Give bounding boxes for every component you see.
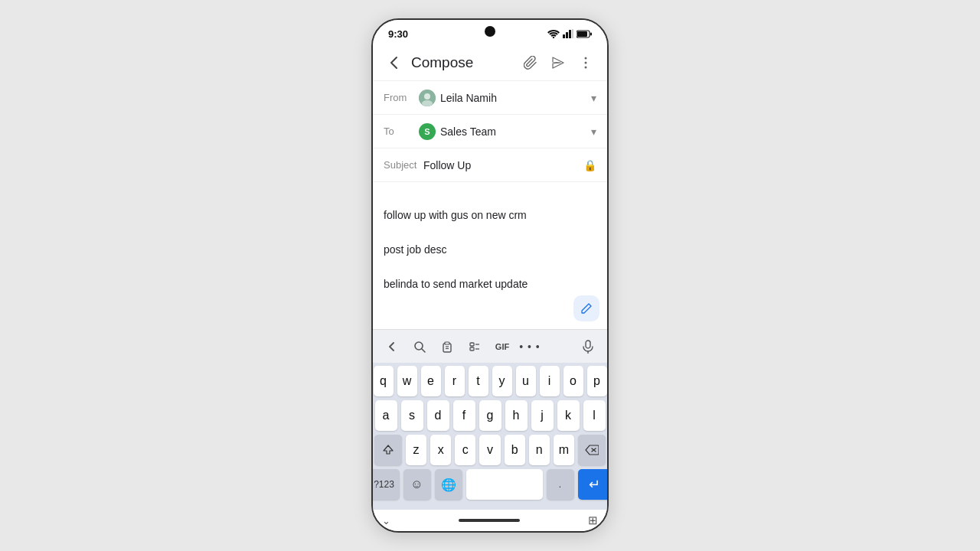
keyboard: q w e r t y u i o p a s d f g h j k l	[373, 363, 607, 510]
key-v[interactable]: v	[479, 435, 500, 465]
keyboard-checklist-button[interactable]	[463, 335, 486, 358]
compose-title: Compose	[411, 54, 518, 71]
key-x[interactable]: x	[430, 435, 451, 465]
key-emoji[interactable]: ☺	[403, 469, 431, 500]
to-avatar: S	[419, 123, 436, 140]
gif-label: GIF	[495, 342, 509, 351]
key-c[interactable]: c	[455, 435, 475, 465]
key-123[interactable]: ?123	[371, 469, 400, 500]
key-t[interactable]: t	[469, 366, 488, 396]
keyboard-search-button[interactable]	[408, 335, 431, 358]
lock-icon: 🔒	[583, 159, 596, 171]
svg-point-10	[585, 66, 587, 68]
keyboard-more-button[interactable]: • • •	[518, 335, 541, 358]
to-row[interactable]: To S Sales Team ▾	[373, 115, 607, 148]
key-shift[interactable]	[374, 435, 402, 465]
svg-rect-21	[470, 347, 474, 350]
key-h[interactable]: h	[505, 400, 528, 431]
key-globe[interactable]: 🌐	[435, 469, 462, 500]
attachment-button[interactable]	[518, 51, 543, 75]
key-r[interactable]: r	[445, 366, 465, 396]
key-q[interactable]: q	[374, 366, 394, 396]
wifi-icon	[547, 29, 560, 38]
from-row[interactable]: From Leila Namih ▾	[373, 81, 607, 115]
checklist-icon	[469, 341, 481, 353]
signal-icon	[563, 29, 573, 38]
keyboard-gif-button[interactable]: GIF	[491, 335, 514, 358]
email-form: From Leila Namih ▾ To S Sale	[373, 81, 607, 329]
send-button[interactable]	[546, 51, 570, 75]
keyboard-back-button[interactable]	[381, 335, 403, 358]
key-p[interactable]: p	[587, 366, 607, 396]
key-e[interactable]: e	[421, 366, 441, 396]
svg-rect-16	[443, 344, 451, 352]
app-bar: Compose	[373, 44, 607, 81]
svg-rect-1	[563, 34, 565, 38]
key-enter[interactable]: ↵	[578, 469, 609, 500]
svg-point-0	[553, 37, 554, 38]
svg-rect-2	[566, 32, 568, 38]
svg-rect-6	[577, 31, 587, 37]
key-d[interactable]: d	[427, 400, 449, 431]
from-name: Leila Namih	[440, 92, 497, 104]
key-s[interactable]: s	[401, 400, 423, 431]
back-button[interactable]	[382, 51, 407, 75]
key-z[interactable]: z	[406, 435, 426, 465]
edit-icon	[580, 302, 593, 315]
keyboard-row-1: q w e r t y u i o p	[374, 366, 606, 396]
to-value: S Sales Team	[419, 123, 591, 140]
to-name: Sales Team	[440, 126, 496, 138]
key-n[interactable]: n	[529, 435, 550, 465]
keyboard-grid-icon[interactable]: ⊞	[588, 514, 598, 527]
subject-row[interactable]: Subject Follow Up 🔒	[373, 148, 607, 182]
to-dropdown-icon: ▾	[591, 126, 596, 138]
key-k[interactable]: k	[557, 400, 580, 431]
battery-icon	[577, 30, 592, 38]
from-avatar-icon	[419, 90, 436, 106]
svg-rect-3	[569, 30, 571, 38]
keyboard-mic-button[interactable]	[577, 335, 599, 358]
bottom-bar: ⌄ ⊞	[373, 510, 607, 531]
svg-point-13	[422, 100, 433, 106]
key-period[interactable]: .	[547, 469, 574, 500]
from-value: Leila Namih	[419, 90, 591, 106]
key-j[interactable]: j	[531, 400, 554, 431]
clipboard-icon	[441, 341, 453, 353]
key-f[interactable]: f	[453, 400, 475, 431]
svg-rect-7	[590, 32, 592, 35]
svg-rect-20	[470, 343, 474, 346]
search-icon	[413, 341, 426, 353]
key-backspace[interactable]	[578, 435, 606, 465]
svg-line-15	[422, 349, 425, 352]
keyboard-clipboard-button[interactable]	[436, 335, 459, 358]
key-u[interactable]: u	[516, 366, 536, 396]
shift-icon	[383, 445, 394, 455]
key-i[interactable]: i	[540, 366, 560, 396]
email-body[interactable]: follow up with gus on new crm post job d…	[373, 182, 607, 329]
key-o[interactable]: o	[564, 366, 583, 396]
attachment-icon	[524, 56, 537, 70]
key-a[interactable]: a	[375, 400, 397, 431]
svg-point-8	[585, 57, 587, 59]
chevron-down-icon[interactable]: ⌄	[382, 515, 390, 527]
svg-rect-24	[586, 341, 590, 348]
key-b[interactable]: b	[505, 435, 525, 465]
home-indicator	[459, 519, 520, 522]
svg-point-12	[424, 93, 430, 99]
key-space[interactable]	[466, 469, 543, 500]
body-line1: follow up with gus on new crm	[384, 209, 527, 221]
backspace-icon	[585, 445, 599, 455]
keyboard-row-bottom: ?123 ☺ 🌐 . ↵	[374, 469, 606, 500]
svg-rect-4	[572, 29, 573, 38]
more-options-button[interactable]	[573, 51, 598, 75]
svg-rect-17	[445, 342, 449, 344]
key-y[interactable]: y	[492, 366, 512, 396]
key-g[interactable]: g	[479, 400, 501, 431]
key-l[interactable]: l	[583, 400, 606, 431]
subject-label: Subject	[384, 159, 423, 171]
keyboard-toolbar: GIF • • •	[373, 329, 607, 363]
edit-fab-button[interactable]	[573, 295, 599, 321]
key-w[interactable]: w	[397, 366, 417, 396]
status-time: 9:30	[388, 28, 408, 40]
key-m[interactable]: m	[554, 435, 574, 465]
